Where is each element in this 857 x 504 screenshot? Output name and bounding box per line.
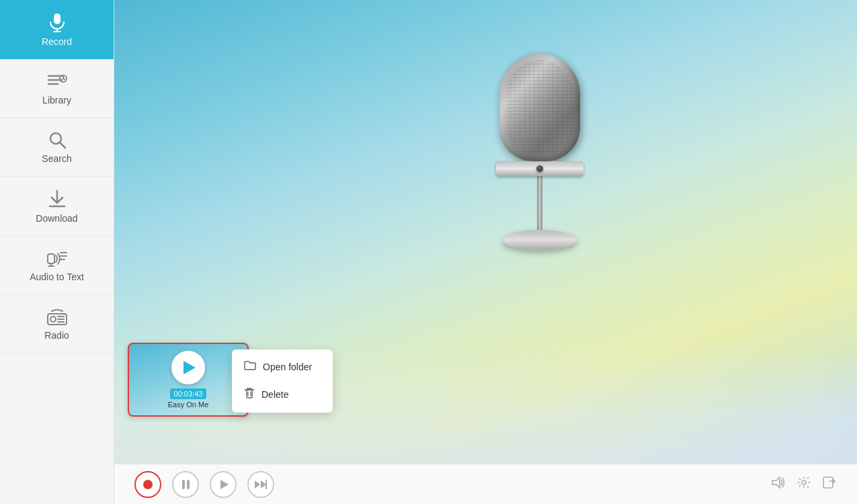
svg-rect-13 [48, 254, 54, 263]
play-icon [220, 480, 229, 489]
pause-button[interactable] [172, 471, 199, 498]
sidebar-item-label-record: Record [42, 36, 72, 47]
play-triangle-icon [183, 361, 196, 374]
context-menu-item-delete[interactable]: Delete [232, 380, 333, 409]
context-menu-item-open-folder[interactable]: Open folder [232, 353, 333, 380]
song-play-button[interactable] [171, 351, 205, 384]
download-icon [47, 189, 67, 209]
svg-point-20 [50, 317, 56, 322]
skip-icon [255, 480, 267, 489]
svg-rect-25 [247, 390, 252, 398]
sidebar-item-audio-to-text[interactable]: Audio to Text [0, 237, 114, 295]
open-folder-label: Open folder [263, 362, 312, 372]
mic-band [496, 161, 583, 176]
song-time-badge: 00:03:43 [170, 388, 207, 399]
play-button[interactable] [210, 471, 237, 498]
skip-button[interactable] [247, 471, 274, 498]
microphone-illustration [473, 54, 607, 282]
pause-icon [182, 480, 190, 489]
settings-audio-icon[interactable] [797, 476, 811, 493]
svg-marker-28 [255, 480, 260, 489]
record-button[interactable] [134, 471, 161, 498]
sidebar-item-radio[interactable]: Radio [0, 295, 114, 353]
right-controls [771, 476, 837, 493]
sidebar: Record Library Search [0, 0, 114, 504]
svg-line-8 [63, 79, 65, 79]
search-icon [48, 130, 67, 149]
sidebar-item-download[interactable]: Download [0, 177, 114, 237]
sidebar-item-label-library: Library [42, 95, 71, 106]
delete-label: Delete [261, 389, 288, 400]
trash-icon [244, 387, 255, 402]
folder-icon [244, 360, 256, 374]
sidebar-item-search[interactable]: Search [0, 118, 114, 177]
sidebar-item-library[interactable]: Library [0, 60, 114, 118]
sky-background: 00:03:43 Easy On Me Open folder [114, 0, 857, 464]
song-card[interactable]: 00:03:43 Easy On Me [128, 343, 249, 417]
song-card-area: 00:03:43 Easy On Me Open folder [128, 343, 249, 417]
library-icon [47, 72, 67, 91]
record-circle-icon [143, 480, 153, 489]
export-icon[interactable] [822, 476, 837, 493]
bottom-bar [114, 464, 857, 504]
mic-dot [536, 165, 543, 172]
svg-point-32 [802, 480, 806, 485]
svg-marker-29 [261, 480, 266, 489]
context-menu: Open folder Delete [232, 349, 333, 413]
svg-rect-0 [54, 13, 60, 24]
mic-base [503, 230, 577, 250]
main-content: 00:03:43 Easy On Me Open folder [114, 0, 857, 504]
svg-marker-31 [772, 477, 780, 488]
sidebar-item-label-download: Download [36, 213, 77, 224]
sidebar-item-label-radio: Radio [44, 330, 69, 341]
volume-icon[interactable] [771, 476, 786, 493]
mic-neck [537, 176, 542, 230]
sidebar-item-record[interactable]: Record [0, 0, 114, 60]
svg-rect-33 [823, 477, 833, 488]
mic-head [499, 54, 580, 161]
svg-line-10 [60, 142, 65, 148]
audio-to-text-icon [46, 249, 68, 267]
sidebar-item-label-search: Search [42, 153, 71, 164]
microphone-icon [47, 12, 67, 32]
radio-icon [46, 307, 68, 326]
song-title: Easy On Me [168, 401, 209, 409]
sidebar-item-label-audio-to-text: Audio to Text [30, 271, 84, 282]
